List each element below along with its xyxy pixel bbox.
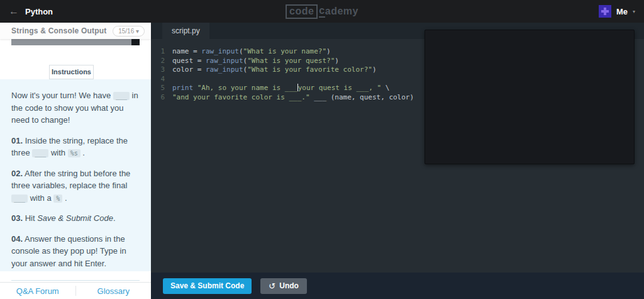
line-number: 6 — [151, 93, 165, 103]
line-number: 3 — [151, 65, 165, 75]
user-menu[interactable]: Me ▾ — [599, 0, 635, 23]
action-bar: Save & Submit Code ↺ Undo — [151, 273, 644, 299]
instruction-step: 03. Hit Save & Submit Code. — [11, 212, 140, 225]
lesson-title: Strings & Console Output — [11, 26, 106, 35]
undo-label: Undo — [279, 281, 299, 290]
line-number: 5 — [151, 84, 165, 93]
instruction-step: 02. After the string but before the thre… — [11, 167, 140, 205]
progress-badge-dropdown[interactable]: 15/16 ▾ — [113, 26, 145, 37]
inline-code-chip: ___ — [32, 149, 48, 157]
line-number: 2 — [151, 57, 165, 66]
glossary-link[interactable]: Glossary — [76, 283, 152, 299]
inline-code-chip: ___ — [113, 92, 130, 100]
lesson-sidebar: Strings & Console Output 15/16 ▾ Instruc… — [0, 23, 151, 299]
back-arrow-icon[interactable]: ← — [9, 6, 19, 16]
line-number: 1 — [151, 47, 165, 57]
inline-code-chip: % — [53, 195, 62, 203]
logo-c: c — [319, 5, 325, 18]
instructions-steps: 01. Inside the string, replace the three… — [11, 135, 140, 270]
progress-fill — [11, 39, 131, 45]
line-number: 4 — [151, 75, 165, 84]
progress-bar — [11, 39, 140, 45]
qa-forum-link[interactable]: Q&A Forum — [0, 283, 75, 299]
save-submit-button[interactable]: Save & Submit Code — [163, 278, 252, 294]
inline-code-chip: %s — [68, 149, 80, 157]
avatar — [599, 5, 611, 18]
console-output-panel[interactable] — [425, 30, 635, 164]
logo-rest: ademy — [325, 6, 358, 17]
inline-code-chip: ___ — [11, 195, 28, 203]
avatar-icon — [599, 5, 611, 18]
sidebar-footer: Q&A Forum Glossary — [0, 282, 151, 299]
back-nav[interactable]: ← Python — [9, 0, 53, 23]
codecademy-app: ← Python codecademy Me ▾ Strings & Conso… — [0, 0, 644, 299]
tab-script-py[interactable]: script.py — [162, 23, 209, 39]
course-title: Python — [25, 7, 53, 16]
codecademy-logo[interactable]: codecademy — [286, 0, 358, 23]
undo-button[interactable]: ↺ Undo — [260, 278, 307, 294]
sidebar-header: Strings & Console Output 15/16 ▾ — [0, 23, 151, 39]
chevron-down-icon: ▾ — [633, 9, 635, 14]
top-header: ← Python codecademy Me ▾ — [0, 0, 644, 23]
instructions-panel: Now it's your turn! We have ___ in the c… — [0, 79, 151, 271]
tab-instructions: Instructions — [49, 65, 94, 79]
instruction-step: 04. Answer the questions in the console … — [11, 233, 140, 270]
logo-code-box: code — [286, 4, 318, 19]
undo-icon: ↺ — [269, 282, 275, 290]
instructions-intro: Now it's your turn! We have ___ in the c… — [11, 89, 140, 127]
editor-area: script.py 1name = raw_input("What is you… — [151, 23, 644, 299]
user-label: Me — [616, 7, 628, 16]
instruction-step: 01. Inside the string, replace the three… — [11, 135, 140, 159]
